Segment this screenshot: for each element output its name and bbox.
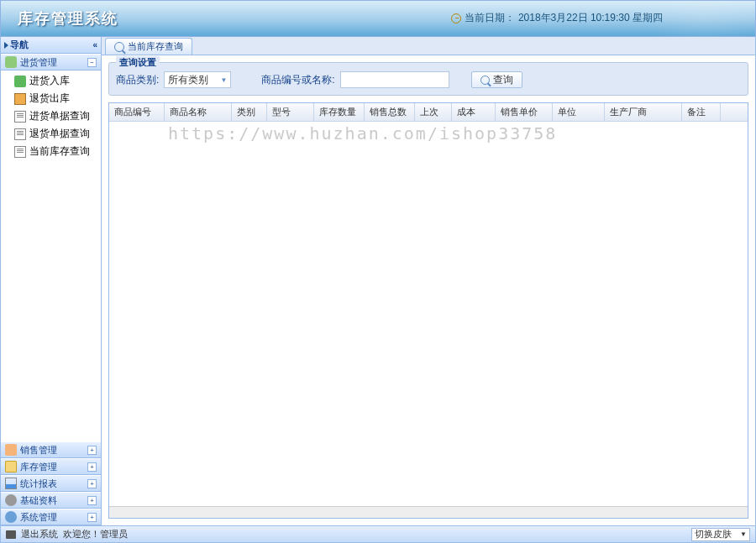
sidebar-item-return[interactable]: 退货出库 [1,90,101,107]
status-bar: 退出系统 欢迎您！管理员 切换皮肤 ▼ [0,526,756,543]
grid-column-header[interactable]: 生产厂商 [605,103,682,121]
grid-column-header[interactable]: 成本 [452,103,496,121]
grid-column-header[interactable]: 销售单价 [496,103,553,121]
logout-link[interactable]: 退出系统 [21,528,58,540]
panel-header-reports[interactable]: 统计报表+ [1,475,101,492]
panel-header-basedata[interactable]: 基础资料+ [1,492,101,509]
grid-column-header[interactable]: 单位 [553,103,605,121]
app-title: 库存管理系统 [18,8,118,29]
search-icon [480,76,490,85]
date-value: 2018年3月22日 10:19:30 星期四 [518,11,663,25]
grid-column-header[interactable]: 商品名称 [165,103,232,121]
welcome-text: 欢迎您！管理员 [63,528,128,540]
grid-column-header[interactable]: 型号 [267,103,314,121]
chevron-down-icon: ▼ [740,530,747,538]
stockin-icon [14,76,26,87]
purchase-icon [5,56,17,68]
expand-button[interactable]: + [87,462,97,472]
skin-label: 切换皮肤 [695,528,732,540]
globe-decoration [654,1,755,38]
grid-column-header[interactable]: 上次 [415,103,452,121]
search-icon [114,42,124,52]
doc-icon [14,111,26,123]
tab-stock-query[interactable]: 当前库存查询 [105,38,192,55]
category-select[interactable]: 所有类别 ▼ [164,71,231,88]
category-value: 所有类别 [168,73,208,87]
chevron-down-icon: ▼ [220,76,227,84]
clock-icon [451,13,461,23]
nav-header: 导航 « [1,37,101,54]
grid-column-header[interactable]: 备注 [682,103,721,121]
doc-icon [14,146,26,158]
app-header: 库存管理系统 当前日期： 2018年3月22日 10:19:30 星期四 [0,0,756,37]
sidebar-item-return-query[interactable]: 退货单据查询 [1,125,101,143]
panel-header-inventory[interactable]: 库存管理+ [1,458,101,475]
grid-header: 商品编号商品名称类别型号库存数量销售总数上次成本销售单价单位生产厂商备注 [109,103,748,122]
exit-icon [6,530,16,539]
grid-column-header[interactable]: 销售总数 [365,103,415,121]
sidebar: 导航 « 进货管理 − 进货入库 退货出库 进货单据查询 退货单据查询 当前库存… [1,37,102,525]
query-fieldset: 查询设置 商品类别: 所有类别 ▼ 商品编号或名称: 查询 [108,62,748,96]
tab-label: 当前库存查询 [128,40,183,53]
tab-body: 查询设置 商品类别: 所有类别 ▼ 商品编号或名称: 查询 商品编号商 [102,55,755,525]
date-label: 当前日期： [465,11,515,25]
system-icon [5,511,17,523]
sidebar-item-purchase-query[interactable]: 进货单据查询 [1,107,101,125]
current-date: 当前日期： 2018年3月22日 10:19:30 星期四 [451,11,663,25]
sidebar-item-stockin[interactable]: 进货入库 [1,72,101,90]
inventory-icon [5,461,17,473]
grid-body: https://www.huzhan.com/ishop33758 [109,122,748,506]
expand-button[interactable]: + [87,513,97,522]
keyword-label: 商品编号或名称: [261,73,334,87]
sidebar-item-stock-query[interactable]: 当前库存查询 [1,143,101,160]
grid-column-header[interactable]: 类别 [232,103,267,121]
sales-icon [5,444,17,456]
data-grid: 商品编号商品名称类别型号库存数量销售总数上次成本销售单价单位生产厂商备注 htt… [108,102,748,519]
panel-header-purchase[interactable]: 进货管理 − [1,54,101,70]
skin-select[interactable]: 切换皮肤 ▼ [691,528,750,541]
expand-button[interactable]: + [87,446,97,455]
basedata-icon [5,494,17,506]
grid-column-header[interactable]: 库存数量 [314,103,365,121]
panel-body-purchase: 进货入库 退货出库 进货单据查询 退货单据查询 当前库存查询 [1,70,101,441]
horizontal-scrollbar[interactable] [109,506,748,518]
content-area: 当前库存查询 查询设置 商品类别: 所有类别 ▼ 商品编号或名称: 查询 [102,37,755,525]
return-icon [14,93,26,105]
panel-header-system[interactable]: 系统管理+ [1,509,101,525]
watermark: https://www.huzhan.com/ishop33758 [168,123,557,144]
panel-title-purchase: 进货管理 [20,56,57,69]
query-legend: 查询设置 [116,56,160,69]
tab-bar: 当前库存查询 [102,37,755,55]
doc-icon [14,128,26,140]
collapse-sidebar-button[interactable]: « [92,40,97,50]
collapse-panel-button[interactable]: − [87,58,97,67]
expand-button[interactable]: + [87,479,97,488]
grid-column-header[interactable]: 商品编号 [109,103,165,121]
panel-header-sales[interactable]: 销售管理+ [1,441,101,458]
category-label: 商品类别: [116,73,159,87]
nav-icon [4,42,8,49]
search-button-label: 查询 [493,73,513,87]
search-button[interactable]: 查询 [471,71,522,88]
expand-button[interactable]: + [87,496,97,505]
nav-title: 导航 [10,39,29,51]
keyword-input[interactable] [340,71,449,88]
reports-icon [5,478,17,489]
